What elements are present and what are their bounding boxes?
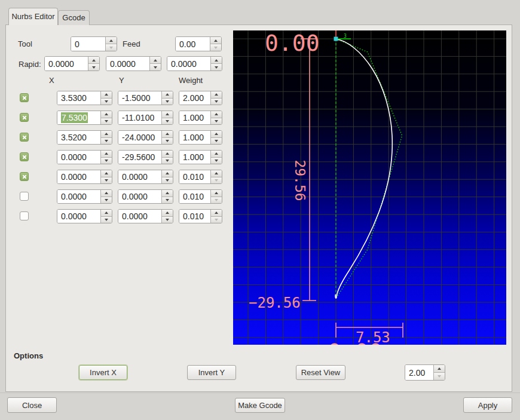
- point-7-weight-value[interactable]: 0.010: [179, 210, 210, 223]
- point-6-weight-value[interactable]: 0.010: [179, 190, 210, 203]
- rapid-z-spinbox[interactable]: 0.0000: [167, 56, 222, 71]
- point-2-y-spinbox[interactable]: -11.0100: [118, 111, 173, 125]
- point-6-y-value[interactable]: 0.0000: [118, 190, 161, 203]
- make-gcode-button[interactable]: Make Gcode: [235, 398, 285, 413]
- point-4-weight-spinbox[interactable]: 1.000: [179, 150, 222, 164]
- rapid-y-value[interactable]: 0.0000: [106, 57, 149, 70]
- spin-down[interactable]: [162, 138, 173, 145]
- nurbs-plot[interactable]: 0.00 29.56 −29.56 7.53 0.00 3: [233, 30, 506, 345]
- spin-up[interactable]: [211, 190, 222, 197]
- point-3-y-value[interactable]: -24.0000: [118, 131, 161, 144]
- spin-up[interactable]: [101, 190, 112, 197]
- spin-up[interactable]: [162, 91, 173, 99]
- close-button[interactable]: Close: [7, 397, 57, 413]
- point-6-y-spinbox[interactable]: 0.0000: [118, 189, 173, 204]
- point-5-x-spinbox[interactable]: 0.0000: [57, 170, 112, 184]
- point-7-y-spinbox[interactable]: 0.0000: [118, 209, 173, 223]
- spin-up[interactable]: [162, 210, 173, 217]
- feed-spin-down[interactable]: [210, 44, 221, 51]
- rapid-x-spinbox[interactable]: 0.0000: [44, 56, 100, 71]
- spin-down[interactable]: [101, 197, 112, 204]
- spin-down[interactable]: [162, 99, 173, 105]
- spin-up[interactable]: [211, 111, 222, 118]
- point-1-x-spinbox[interactable]: 3.5300: [57, 91, 112, 105]
- spin-down[interactable]: [101, 118, 112, 125]
- point-6-weight-spinbox[interactable]: 0.010: [179, 189, 222, 204]
- spin-down[interactable]: [162, 217, 173, 223]
- spin-up[interactable]: [211, 170, 222, 177]
- spin-up[interactable]: [101, 91, 112, 99]
- feed-spin-up[interactable]: [210, 37, 221, 44]
- point-7-weight-spinbox[interactable]: 0.010: [179, 209, 222, 223]
- rapid-x-value[interactable]: 0.0000: [45, 57, 88, 70]
- spin-up[interactable]: [162, 190, 173, 197]
- tool-value[interactable]: 0: [71, 37, 105, 51]
- point-1-x-value[interactable]: 3.5300: [57, 91, 100, 105]
- spin-up[interactable]: [101, 170, 112, 177]
- point-5-y-spinbox[interactable]: 0.0000: [118, 170, 173, 184]
- spin-up[interactable]: [101, 131, 112, 138]
- spin-down[interactable]: [211, 217, 222, 223]
- point-enable-checkbox[interactable]: [20, 172, 29, 181]
- point-5-weight-spinbox[interactable]: 0.010: [179, 170, 222, 184]
- spin-up[interactable]: [162, 111, 173, 118]
- spin-down[interactable]: [211, 158, 222, 164]
- spin-up[interactable]: [211, 210, 222, 217]
- point-2-x-spinbox[interactable]: 7.5300: [57, 111, 112, 125]
- point-4-x-value[interactable]: 0.0000: [57, 151, 100, 164]
- invert-x-button[interactable]: Invert X: [79, 365, 127, 380]
- point-3-weight-value[interactable]: 1.000: [179, 131, 210, 144]
- spin-down[interactable]: [211, 118, 222, 125]
- point-5-y-value[interactable]: 0.0000: [118, 170, 161, 183]
- spin-down[interactable]: [101, 158, 112, 164]
- spin-down[interactable]: [162, 118, 173, 125]
- point-6-x-spinbox[interactable]: 0.0000: [57, 189, 112, 204]
- spin-up[interactable]: [101, 111, 112, 118]
- point-1-y-spinbox[interactable]: -1.5000: [118, 91, 173, 105]
- point-4-weight-value[interactable]: 1.000: [179, 151, 210, 164]
- point-4-y-spinbox[interactable]: -29.5600: [118, 150, 173, 164]
- start-point-marker[interactable]: [334, 37, 338, 41]
- feed-spinbox[interactable]: 0.00: [175, 36, 222, 51]
- reset-view-button[interactable]: Reset View: [296, 365, 345, 380]
- spin-up[interactable]: [211, 91, 222, 99]
- point-2-weight-spinbox[interactable]: 1.000: [179, 111, 222, 125]
- point-5-x-value[interactable]: 0.0000: [57, 170, 100, 183]
- spin-up[interactable]: [101, 151, 112, 158]
- feed-value[interactable]: 0.00: [176, 37, 210, 51]
- rapid-y-spin-down[interactable]: [150, 64, 161, 70]
- point-3-weight-spinbox[interactable]: 1.000: [179, 130, 222, 145]
- rapid-x-spin-down[interactable]: [88, 64, 99, 70]
- point-enable-checkbox[interactable]: [20, 113, 29, 122]
- grid-size-spin-down[interactable]: [434, 373, 445, 380]
- spin-down[interactable]: [101, 177, 112, 184]
- point-enable-checkbox[interactable]: [20, 192, 29, 201]
- point-3-y-spinbox[interactable]: -24.0000: [118, 130, 173, 145]
- point-2-weight-value[interactable]: 1.000: [179, 111, 210, 124]
- rapid-y-spinbox[interactable]: 0.0000: [106, 56, 161, 71]
- point-7-x-value[interactable]: 0.0000: [57, 210, 100, 223]
- point-3-x-value[interactable]: 3.5200: [57, 131, 100, 144]
- point-enable-checkbox[interactable]: [20, 152, 29, 161]
- point-enable-checkbox[interactable]: [20, 93, 29, 102]
- tool-spin-down[interactable]: [106, 44, 117, 51]
- spin-up[interactable]: [211, 151, 222, 158]
- tool-spin-up[interactable]: [106, 37, 117, 44]
- point-4-y-value[interactable]: -29.5600: [118, 151, 161, 164]
- invert-y-button[interactable]: Invert Y: [187, 365, 236, 380]
- point-2-x-value[interactable]: 7.5300: [57, 111, 100, 124]
- rapid-z-spin-up[interactable]: [211, 57, 222, 64]
- point-2-y-value[interactable]: -11.0100: [118, 111, 161, 124]
- spin-up[interactable]: [101, 210, 112, 217]
- tool-spinbox[interactable]: 0: [71, 36, 117, 51]
- spin-down[interactable]: [211, 197, 222, 204]
- spin-down[interactable]: [162, 158, 173, 164]
- spin-down[interactable]: [101, 99, 112, 105]
- spin-down[interactable]: [101, 138, 112, 145]
- tab-gcode[interactable]: Gcode: [58, 10, 90, 25]
- point-1-weight-spinbox[interactable]: 2.000: [179, 91, 222, 105]
- point-enable-checkbox[interactable]: [20, 133, 29, 142]
- spin-up[interactable]: [211, 131, 222, 138]
- spin-down[interactable]: [211, 177, 222, 184]
- spin-up[interactable]: [162, 151, 173, 158]
